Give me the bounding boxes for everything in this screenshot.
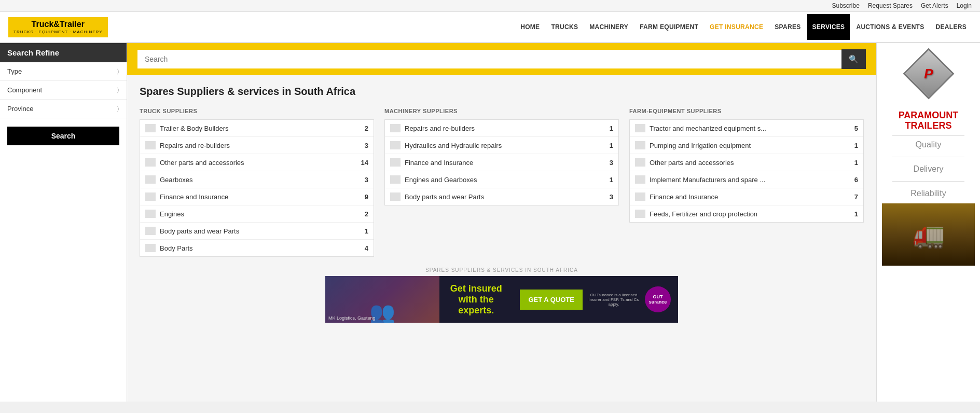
logo[interactable]: Truck&Trailer TRUCKS · EQUIPMENT · MACHI… <box>8 17 108 37</box>
search-button[interactable]: Search <box>7 127 119 145</box>
sidebar-filter-component-label: Component <box>7 86 42 94</box>
login-link[interactable]: Login <box>957 2 972 9</box>
list-item[interactable]: Engines 2 <box>140 205 374 223</box>
nav-home[interactable]: HOME <box>515 19 545 35</box>
list-item[interactable]: Gearboxes 3 <box>140 171 374 188</box>
machinery-icon <box>390 124 401 132</box>
truck-icon <box>145 227 156 235</box>
nav-get-insurance[interactable]: GET INSURANCE <box>705 19 768 35</box>
list-item[interactable]: Feeds, Fertilizer and crop protection 1 <box>630 205 863 222</box>
supplier-label: Tractor and mechanized equipment s... <box>650 125 766 132</box>
request-spares-link[interactable]: Request Spares <box>868 2 913 9</box>
supplier-label: Feeds, Fertilizer and crop protection <box>650 210 757 218</box>
supplier-row-left: Body parts and wear Parts <box>145 227 239 235</box>
supplier-label: Body Parts <box>160 244 193 252</box>
chevron-right-icon-3: 〉 <box>117 105 119 112</box>
supplier-count: 3 <box>361 176 368 184</box>
supplier-count: 5 <box>851 125 858 132</box>
get-quote-button[interactable]: GET A QUOTE <box>520 290 583 310</box>
nav-services[interactable]: SERVICES <box>807 14 850 40</box>
list-item[interactable]: Body Parts 4 <box>140 240 374 256</box>
truck-suppliers-heading: TRUCK SUPPLIERS <box>140 108 374 114</box>
nav-trucks[interactable]: TRUCKS <box>546 19 583 35</box>
list-item[interactable]: Repairs and re-builders 3 <box>140 137 374 154</box>
list-item[interactable]: Finance and Insurance 7 <box>630 188 863 205</box>
sidebar-title: Search Refine <box>0 43 127 62</box>
farm-icon <box>635 124 645 132</box>
get-alerts-link[interactable]: Get Alerts <box>921 2 948 9</box>
search-submit-button[interactable]: 🔍 <box>841 49 866 69</box>
list-item[interactable]: Body parts and wear Parts 1 <box>140 223 374 240</box>
farm-icon <box>635 158 645 167</box>
supplier-label: Finance and Insurance <box>160 193 228 201</box>
supplier-label: Repairs and re-builders <box>405 125 475 132</box>
ad-disclaimer: OUTsurance is a licensed insurer and FSP… <box>588 293 640 307</box>
promo-card: P PARAMOUNT TRAILERS Quality Delivery Re… <box>882 48 975 266</box>
sidebar-filter-type[interactable]: Type 〉 <box>0 62 127 81</box>
ad-banner: 👥 MK Logistics, Gauteng Get insured with… <box>325 276 678 323</box>
nav-machinery[interactable]: MACHINERY <box>584 19 633 35</box>
page-title: Spares Suppliers & services in South Afr… <box>140 86 864 98</box>
chevron-right-icon: 〉 <box>117 68 119 75</box>
list-item[interactable]: Repairs and re-builders 1 <box>385 120 618 137</box>
supplier-count: 9 <box>361 193 368 201</box>
nav-auctions[interactable]: AUCTIONS & EVENTS <box>851 19 929 35</box>
machinery-suppliers-list: Repairs and re-builders 1 Hydraulics and… <box>384 119 619 205</box>
machinery-icon <box>390 175 401 184</box>
supplier-label: Body parts and wear Parts <box>160 227 239 235</box>
supplier-label: Implement Manufacturers and spare ... <box>650 176 765 184</box>
sidebar-filter-province[interactable]: Province 〉 <box>0 100 127 118</box>
truck-icon <box>145 124 156 132</box>
suppliers-grid: TRUCK SUPPLIERS Trailer & Body Builders … <box>140 108 864 257</box>
sidebar-filter-component[interactable]: Component 〉 <box>0 81 127 100</box>
supplier-row-left: Repairs and re-builders <box>390 124 475 132</box>
supplier-count: 4 <box>361 244 368 252</box>
search-bar: 🔍 <box>127 43 876 75</box>
machinery-icon <box>390 158 401 167</box>
search-input[interactable] <box>137 50 841 68</box>
supplier-count: 1 <box>361 227 368 235</box>
supplier-count: 7 <box>851 193 858 201</box>
logo-title: Truck&Trailer <box>32 20 85 29</box>
promo-divider-2 <box>892 157 964 157</box>
supplier-label: Finance and Insurance <box>650 193 718 201</box>
supplier-label: Other parts and accessories <box>160 159 244 167</box>
main-nav: Truck&Trailer TRUCKS · EQUIPMENT · MACHI… <box>0 12 980 43</box>
nav-farm-equipment[interactable]: FARM EQUIPMENT <box>634 19 703 35</box>
supplier-count: 1 <box>606 176 613 184</box>
list-item[interactable]: Engines and Gearboxes 1 <box>385 171 618 188</box>
subscribe-link[interactable]: Subscribe <box>832 2 860 9</box>
logo-box: Truck&Trailer TRUCKS · EQUIPMENT · MACHI… <box>8 17 108 37</box>
list-item[interactable]: Finance and Insurance 3 <box>385 154 618 171</box>
truck-icon <box>145 175 156 184</box>
list-item[interactable]: Other parts and accessories 14 <box>140 154 374 171</box>
list-item[interactable]: Other parts and accessories 1 <box>630 154 863 171</box>
supplier-row-left: Finance and Insurance <box>145 192 228 201</box>
promo-divider <box>892 135 964 136</box>
list-item[interactable]: Body parts and wear Parts 3 <box>385 188 618 205</box>
list-item[interactable]: Hydraulics and Hydraulic repairs 1 <box>385 137 618 154</box>
sidebar: Search Refine Type 〉 Component 〉 Provinc… <box>0 43 127 402</box>
right-sidebar: P PARAMOUNT TRAILERS Quality Delivery Re… <box>876 43 980 402</box>
nav-dealers[interactable]: DEALERS <box>931 19 972 35</box>
farm-suppliers-list: Tractor and mechanized equipment s... 5 … <box>629 119 864 223</box>
supplier-row-left: Gearboxes <box>145 175 193 184</box>
truck-icon <box>145 141 156 149</box>
logo-subtitle: TRUCKS · EQUIPMENT · MACHINERY <box>13 30 103 34</box>
supplier-row-left: Engines and Gearboxes <box>390 175 477 184</box>
ad-section-label: SPARES SUPPLIERS & SERVICES IN SOUTH AFR… <box>140 267 864 273</box>
list-item[interactable]: Finance and Insurance 9 <box>140 188 374 205</box>
list-item[interactable]: Tractor and mechanized equipment s... 5 <box>630 120 863 137</box>
main-content: 🔍 Spares Suppliers & services in South A… <box>127 43 876 402</box>
supplier-label: Repairs and re-builders <box>160 142 230 149</box>
list-item[interactable]: Pumping and Irrigation equipment 1 <box>630 137 863 154</box>
ad-tagline: Get insured with the experts. <box>447 283 505 316</box>
list-item[interactable]: Implement Manufacturers and spare ... 6 <box>630 171 863 188</box>
list-item[interactable]: Trailer & Body Builders 2 <box>140 120 374 137</box>
page-layout: Search Refine Type 〉 Component 〉 Provinc… <box>0 43 980 402</box>
supplier-count: 3 <box>606 193 613 201</box>
nav-spares[interactable]: SPARES <box>769 19 806 35</box>
supplier-label: Body parts and wear Parts <box>405 193 484 201</box>
supplier-row-left: Trailer & Body Builders <box>145 124 228 132</box>
supplier-row-left: Hydraulics and Hydraulic repairs <box>390 141 502 149</box>
